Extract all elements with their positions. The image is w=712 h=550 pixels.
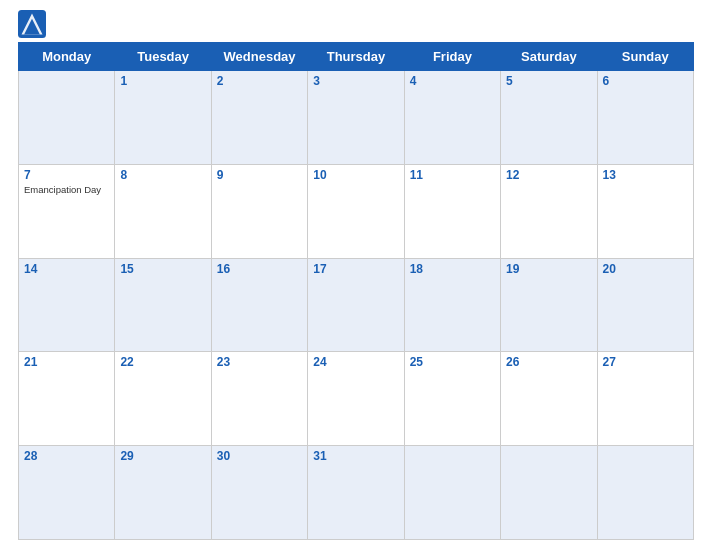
weekday-header-wednesday: Wednesday — [211, 43, 307, 71]
calendar-cell: 22 — [115, 352, 211, 446]
weekday-header-tuesday: Tuesday — [115, 43, 211, 71]
weekday-header-row: MondayTuesdayWednesdayThursdayFridaySatu… — [19, 43, 694, 71]
day-number: 26 — [506, 355, 591, 369]
day-number: 23 — [217, 355, 302, 369]
calendar-header — [18, 10, 694, 38]
calendar-cell: 17 — [308, 258, 404, 352]
calendar-cell: 25 — [404, 352, 500, 446]
calendar-cell: 6 — [597, 71, 693, 165]
holiday-label: Emancipation Day — [24, 184, 109, 195]
calendar-cell — [501, 446, 597, 540]
calendar-cell: 15 — [115, 258, 211, 352]
calendar-cell: 2 — [211, 71, 307, 165]
calendar-week-row: 21222324252627 — [19, 352, 694, 446]
calendar-week-row: 7Emancipation Day8910111213 — [19, 164, 694, 258]
day-number: 11 — [410, 168, 495, 182]
day-number: 24 — [313, 355, 398, 369]
calendar-cell: 3 — [308, 71, 404, 165]
day-number: 7 — [24, 168, 109, 182]
calendar-cell: 7Emancipation Day — [19, 164, 115, 258]
weekday-header-saturday: Saturday — [501, 43, 597, 71]
calendar-week-row: 14151617181920 — [19, 258, 694, 352]
calendar-table: MondayTuesdayWednesdayThursdayFridaySatu… — [18, 42, 694, 540]
day-number: 22 — [120, 355, 205, 369]
day-number: 29 — [120, 449, 205, 463]
weekday-header-thursday: Thursday — [308, 43, 404, 71]
day-number: 1 — [120, 74, 205, 88]
day-number: 20 — [603, 262, 688, 276]
calendar-cell: 23 — [211, 352, 307, 446]
calendar-week-row: 28293031 — [19, 446, 694, 540]
day-number: 8 — [120, 168, 205, 182]
calendar-cell: 9 — [211, 164, 307, 258]
logo — [18, 10, 50, 38]
calendar-cell: 28 — [19, 446, 115, 540]
day-number: 15 — [120, 262, 205, 276]
day-number: 2 — [217, 74, 302, 88]
weekday-header-monday: Monday — [19, 43, 115, 71]
calendar-cell: 12 — [501, 164, 597, 258]
day-number: 28 — [24, 449, 109, 463]
day-number: 13 — [603, 168, 688, 182]
day-number: 21 — [24, 355, 109, 369]
day-number: 31 — [313, 449, 398, 463]
calendar-cell: 11 — [404, 164, 500, 258]
day-number: 4 — [410, 74, 495, 88]
calendar-cell: 5 — [501, 71, 597, 165]
calendar-cell: 20 — [597, 258, 693, 352]
calendar-cell: 16 — [211, 258, 307, 352]
day-number: 12 — [506, 168, 591, 182]
day-number: 17 — [313, 262, 398, 276]
weekday-header-sunday: Sunday — [597, 43, 693, 71]
generalblue-logo-icon — [18, 10, 46, 38]
calendar-cell — [19, 71, 115, 165]
calendar-cell: 13 — [597, 164, 693, 258]
calendar-cell: 24 — [308, 352, 404, 446]
day-number: 6 — [603, 74, 688, 88]
calendar-cell: 1 — [115, 71, 211, 165]
day-number: 19 — [506, 262, 591, 276]
day-number: 27 — [603, 355, 688, 369]
calendar-cell: 19 — [501, 258, 597, 352]
calendar-cell — [404, 446, 500, 540]
calendar-cell: 21 — [19, 352, 115, 446]
day-number: 10 — [313, 168, 398, 182]
calendar-cell: 14 — [19, 258, 115, 352]
day-number: 5 — [506, 74, 591, 88]
day-number: 9 — [217, 168, 302, 182]
calendar-week-row: 123456 — [19, 71, 694, 165]
calendar-cell: 30 — [211, 446, 307, 540]
calendar-cell: 18 — [404, 258, 500, 352]
day-number: 16 — [217, 262, 302, 276]
calendar-cell: 10 — [308, 164, 404, 258]
day-number: 3 — [313, 74, 398, 88]
calendar-cell — [597, 446, 693, 540]
day-number: 30 — [217, 449, 302, 463]
day-number: 18 — [410, 262, 495, 276]
day-number: 14 — [24, 262, 109, 276]
calendar-cell: 26 — [501, 352, 597, 446]
calendar-cell: 29 — [115, 446, 211, 540]
day-number: 25 — [410, 355, 495, 369]
calendar-cell: 27 — [597, 352, 693, 446]
calendar-cell: 8 — [115, 164, 211, 258]
calendar-cell: 4 — [404, 71, 500, 165]
weekday-header-friday: Friday — [404, 43, 500, 71]
calendar-cell: 31 — [308, 446, 404, 540]
